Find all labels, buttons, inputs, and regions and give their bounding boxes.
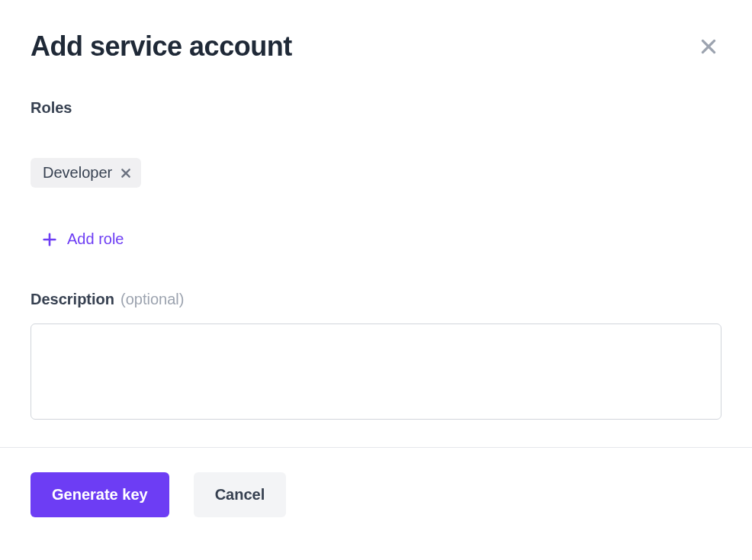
cancel-button[interactable]: Cancel [194, 472, 287, 517]
close-button[interactable] [696, 34, 721, 60]
modal-header: Add service account [31, 31, 721, 63]
add-role-label: Add role [67, 230, 124, 248]
add-role-button[interactable]: Add role [41, 230, 124, 248]
generate-key-button[interactable]: Generate key [31, 472, 169, 517]
role-chip-label: Developer [43, 164, 112, 182]
plus-icon [41, 231, 58, 248]
close-icon [120, 167, 132, 179]
close-icon [699, 37, 718, 56]
role-chip: Developer [31, 158, 141, 188]
description-optional-label: (optional) [121, 291, 184, 308]
role-chip-remove-button[interactable] [120, 167, 132, 179]
roles-chips: Developer [31, 158, 721, 188]
modal-title: Add service account [31, 31, 292, 63]
description-label-row: Description (optional) [31, 291, 721, 308]
add-service-account-modal: Add service account Roles Developer [0, 0, 752, 447]
roles-label: Roles [31, 99, 721, 117]
description-label: Description [31, 291, 114, 308]
description-textarea[interactable] [31, 323, 721, 420]
modal-footer: Generate key Cancel [0, 447, 752, 542]
modal-content: Add service account Roles Developer [31, 31, 721, 447]
